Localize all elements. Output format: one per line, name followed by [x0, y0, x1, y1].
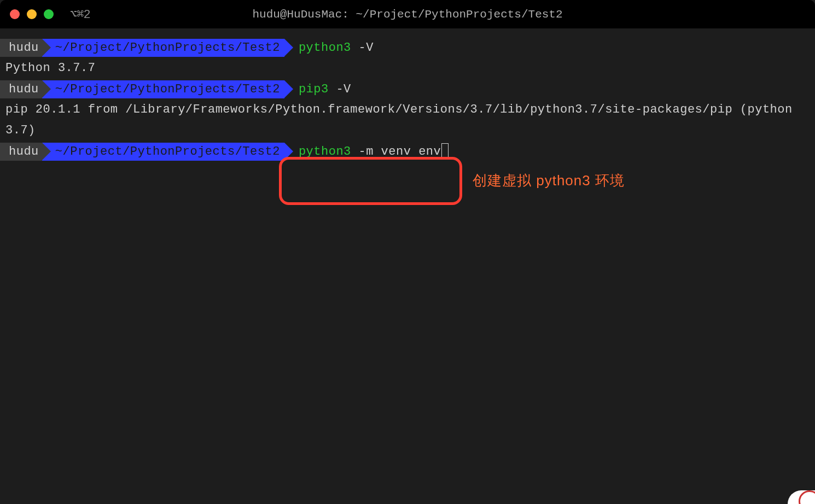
- close-button[interactable]: [10, 9, 20, 19]
- corner-decoration: [788, 490, 815, 504]
- shortcut-indicator: ⌥⌘2: [70, 7, 90, 22]
- prompt-path: ~/Project/PythonProjects/Test2: [42, 39, 284, 57]
- command-args: -V: [329, 83, 351, 96]
- terminal-window: ⌥⌘2 hudu@HuDusMac: ~/Project/PythonProje…: [0, 0, 815, 504]
- output-line: 3.7): [0, 120, 815, 141]
- command-text: python3 -m venv env: [299, 145, 449, 159]
- window-title: hudu@HuDusMac: ~/Project/PythonProjects/…: [252, 8, 562, 21]
- minimize-button[interactable]: [27, 9, 37, 19]
- command-name: python3: [299, 41, 351, 55]
- command-name: python3: [299, 145, 351, 159]
- annotation-label: 创建虚拟 python3 环境: [473, 171, 625, 190]
- command-text: python3 -V: [299, 41, 374, 55]
- command-text: pip3 -V: [299, 83, 351, 96]
- output-line: Python 3.7.7: [0, 58, 815, 79]
- prompt-line: hudu ~/Project/PythonProjects/Test2 pyth…: [0, 141, 815, 162]
- cursor-icon: [441, 143, 449, 157]
- corner-circle-icon: [799, 490, 815, 504]
- prompt-line: hudu ~/Project/PythonProjects/Test2 pip3…: [0, 79, 815, 99]
- command-args: -m venv env: [351, 145, 441, 159]
- window-titlebar[interactable]: ⌥⌘2 hudu@HuDusMac: ~/Project/PythonProje…: [0, 0, 815, 28]
- prompt-path: ~/Project/PythonProjects/Test2: [42, 80, 284, 98]
- command-args: -V: [351, 41, 374, 55]
- command-name: pip3: [299, 83, 329, 96]
- prompt-line: hudu ~/Project/PythonProjects/Test2 pyth…: [0, 37, 815, 58]
- annotation-highlight-box: [279, 157, 462, 205]
- prompt-path: ~/Project/PythonProjects/Test2: [42, 143, 284, 161]
- prompt-user: hudu: [0, 39, 42, 57]
- prompt-user: hudu: [0, 143, 42, 161]
- prompt-user: hudu: [0, 80, 42, 98]
- output-line: pip 20.1.1 from /Library/Frameworks/Pyth…: [0, 99, 815, 120]
- maximize-button[interactable]: [44, 9, 54, 19]
- terminal-content[interactable]: hudu ~/Project/PythonProjects/Test2 pyth…: [0, 28, 815, 504]
- traffic-lights: [10, 9, 54, 19]
